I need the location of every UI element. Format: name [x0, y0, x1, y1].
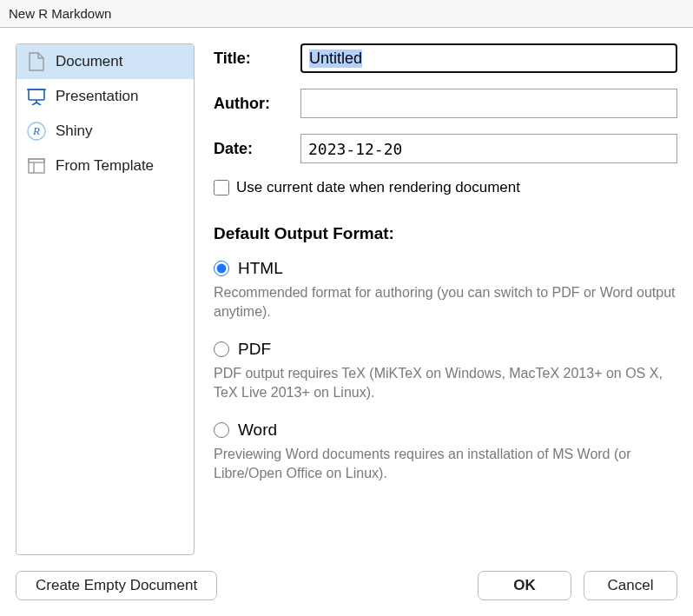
cancel-button[interactable]: Cancel [584, 571, 677, 600]
ok-button[interactable]: OK [478, 571, 571, 600]
svg-line-4 [36, 103, 41, 105]
radio-html-desc: Recommended format for authoring (you ca… [214, 283, 677, 321]
sidebar-item-presentation[interactable]: Presentation [16, 79, 194, 114]
radio-word-label: Word [238, 421, 277, 440]
sidebar-item-label: Document [56, 53, 183, 70]
radio-option-html: HTML Recommended format for authoring (y… [214, 259, 677, 321]
output-format-heading: Default Output Format: [214, 224, 677, 243]
radio-pdf-desc: PDF output requires TeX (MiKTeX on Windo… [214, 364, 677, 401]
presentation-icon [27, 87, 46, 106]
template-icon [27, 156, 46, 176]
file-icon [27, 52, 46, 71]
title-input[interactable] [300, 43, 677, 73]
sidebar-item-label: Presentation [56, 88, 183, 105]
radio-word-desc: Previewing Word documents requires an in… [214, 445, 677, 482]
radio-option-word: Word Previewing Word documents requires … [214, 421, 677, 482]
use-current-date-checkbox[interactable] [214, 180, 229, 195]
radio-html[interactable] [214, 261, 229, 276]
dialog-body: Document Presentation [0, 28, 693, 616]
button-row: Create Empty Document OK Cancel [0, 555, 693, 616]
radio-html-line[interactable]: HTML [214, 259, 677, 278]
form-area: Title: Author: Date: Use current date wh… [214, 43, 677, 555]
radio-pdf-line[interactable]: PDF [214, 340, 677, 359]
date-row: Date: [214, 134, 677, 163]
sidebar-item-label: Shiny [56, 123, 183, 140]
svg-rect-8 [29, 159, 44, 162]
radio-word-line[interactable]: Word [214, 421, 677, 440]
svg-line-3 [32, 103, 36, 105]
window-titlebar: New R Markdown [0, 0, 693, 28]
radio-html-label: HTML [238, 259, 283, 278]
create-empty-document-button[interactable]: Create Empty Document [16, 571, 217, 600]
r-shiny-icon: R [27, 122, 46, 141]
author-row: Author: [214, 89, 677, 118]
radio-option-pdf: PDF PDF output requires TeX (MiKTeX on W… [214, 340, 677, 401]
sidebar-item-label: From Template [56, 157, 183, 175]
date-input[interactable] [300, 134, 677, 163]
title-label: Title: [214, 50, 300, 68]
use-current-date-label: Use current date when rendering document [236, 179, 520, 196]
author-label: Author: [214, 95, 300, 113]
sidebar: Document Presentation [16, 43, 195, 555]
author-input[interactable] [300, 89, 677, 118]
use-current-date-row[interactable]: Use current date when rendering document [214, 179, 677, 196]
svg-rect-0 [29, 89, 44, 100]
sidebar-item-document[interactable]: Document [16, 44, 194, 79]
sidebar-item-shiny[interactable]: R Shiny [16, 114, 194, 149]
radio-pdf-label: PDF [238, 340, 271, 359]
window-title: New R Markdown [9, 6, 111, 21]
radio-word[interactable] [214, 422, 229, 438]
content-row: Document Presentation [0, 28, 693, 555]
svg-rect-7 [29, 159, 44, 173]
title-row: Title: [214, 43, 677, 73]
svg-text:R: R [32, 124, 40, 137]
radio-pdf[interactable] [214, 341, 229, 357]
date-label: Date: [214, 140, 300, 158]
sidebar-item-from-template[interactable]: From Template [16, 149, 194, 183]
